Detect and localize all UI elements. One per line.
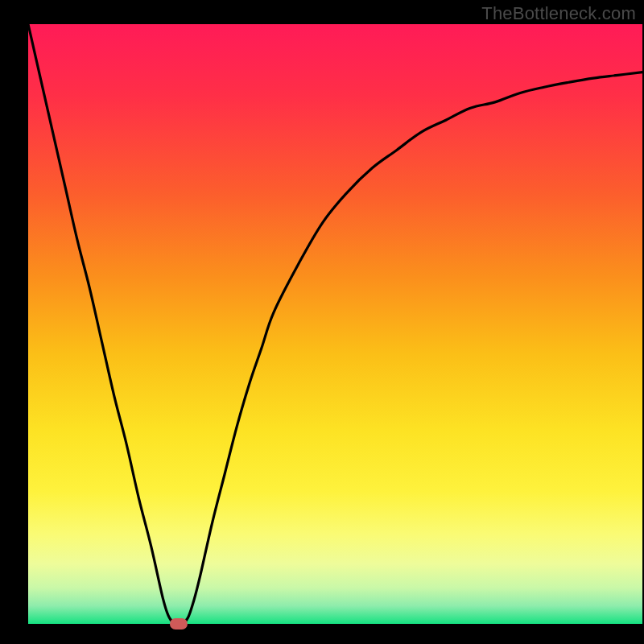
chart-frame: TheBottleneck.com — [0, 0, 644, 644]
optimum-marker — [170, 618, 188, 630]
chart-svg — [0, 0, 644, 644]
attribution-text: TheBottleneck.com — [481, 3, 636, 24]
plot-background — [28, 24, 642, 624]
